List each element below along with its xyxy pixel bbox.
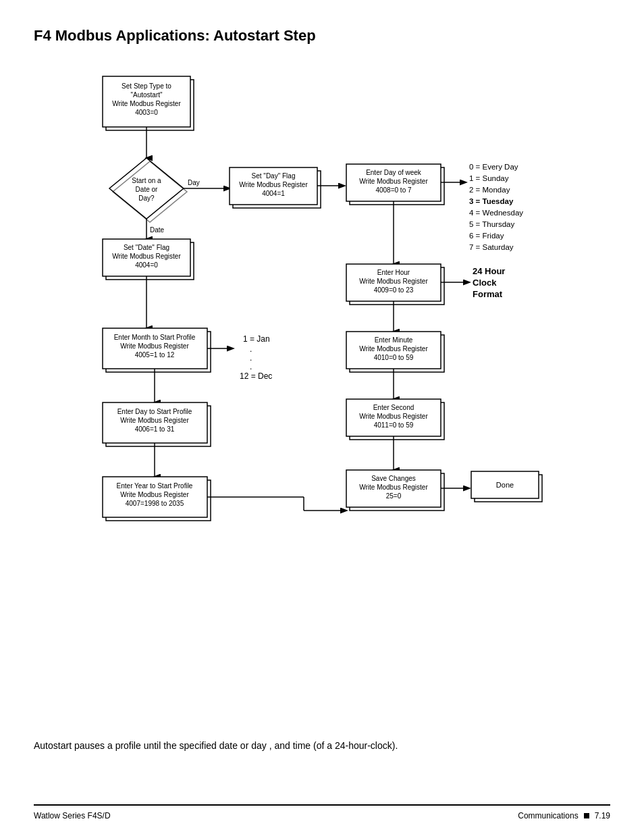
svg-text:Write Modbus Register: Write Modbus Register <box>120 342 189 350</box>
svg-text:4004=0: 4004=0 <box>135 261 158 269</box>
svg-text:Write Modbus Register: Write Modbus Register <box>359 178 428 185</box>
svg-text:25=0: 25=0 <box>386 492 402 500</box>
svg-text:Enter Day to Start Profile: Enter Day to Start Profile <box>117 408 192 415</box>
svg-text:Enter Minute: Enter Minute <box>375 336 413 344</box>
svg-text:Day?: Day? <box>138 194 155 202</box>
footer-left: Watlow Series F4S/D <box>34 811 111 820</box>
svg-text:3 =    Tuesday: 3 = Tuesday <box>469 197 514 205</box>
svg-text:2 =    Monday: 2 = Monday <box>469 186 510 194</box>
svg-text:Write Modbus Register: Write Modbus Register <box>112 100 181 107</box>
svg-text:Save Changes: Save Changes <box>371 475 416 482</box>
svg-text:24 Hour: 24 Hour <box>473 266 505 276</box>
svg-text:.: . <box>250 344 252 354</box>
svg-text:0 =    Every Day: 0 = Every Day <box>469 163 518 171</box>
svg-text:4010=0 to 59: 4010=0 to 59 <box>374 354 414 361</box>
svg-text:Set "Date" Flag: Set "Date" Flag <box>124 244 169 251</box>
svg-text:Enter Day of week: Enter Day of week <box>366 169 422 176</box>
svg-text:4011=0 to 59: 4011=0 to 59 <box>374 421 414 429</box>
page: F4 Modbus Applications: Autostart Step <box>0 0 644 834</box>
svg-text:Day: Day <box>188 179 200 186</box>
svg-text:4008=0 to 7: 4008=0 to 7 <box>375 186 412 194</box>
footer-right: Communications 7.19 <box>518 811 610 820</box>
svg-text:.: . <box>250 362 252 371</box>
diagram-area: Set Step Type to "Autostart" Write Modbu… <box>34 65 614 673</box>
svg-text:Enter Year to Start Profile: Enter Year to Start Profile <box>117 482 193 490</box>
footer-separator <box>584 813 589 818</box>
svg-text:1 =    Jan: 1 = Jan <box>243 334 270 344</box>
svg-text:Start on a: Start on a <box>132 177 161 184</box>
svg-text:Enter Month to Start Profile: Enter Month to Start Profile <box>114 334 196 341</box>
svg-text:1 =    Sunday: 1 = Sunday <box>469 174 509 182</box>
svg-text:12 =  Dec: 12 = Dec <box>240 371 272 381</box>
svg-text:Write Modbus Register: Write Modbus Register <box>359 413 428 420</box>
svg-text:Enter Hour: Enter Hour <box>377 269 410 276</box>
svg-text:.: . <box>250 353 252 363</box>
svg-text:4005=1 to 12: 4005=1 to 12 <box>135 351 175 359</box>
svg-text:4009=0 to 23: 4009=0 to 23 <box>374 286 414 294</box>
footer-page: 7.19 <box>595 811 610 820</box>
description-text: Autostart pauses a profile until the spe… <box>34 738 610 753</box>
svg-text:Date: Date <box>150 226 165 234</box>
svg-text:4007=1998 to 2035: 4007=1998 to 2035 <box>126 500 184 507</box>
svg-text:7 =    Saturday: 7 = Saturday <box>469 243 514 251</box>
svg-text:"Autostart": "Autostart" <box>130 91 163 99</box>
svg-text:Write Modbus Register: Write Modbus Register <box>239 181 308 188</box>
svg-text:Format: Format <box>473 289 503 299</box>
svg-text:Write Modbus Register: Write Modbus Register <box>112 253 181 260</box>
svg-text:Write Modbus Register: Write Modbus Register <box>359 345 428 353</box>
svg-text:4006=1 to 31: 4006=1 to 31 <box>135 425 175 433</box>
page-title: F4 Modbus Applications: Autostart Step <box>34 27 610 45</box>
svg-text:4003=0: 4003=0 <box>135 109 158 116</box>
svg-text:Write Modbus Register: Write Modbus Register <box>120 491 189 498</box>
footer-section: Communications <box>518 811 578 820</box>
svg-text:4004=1: 4004=1 <box>262 190 285 197</box>
svg-text:Enter Second: Enter Second <box>373 404 414 411</box>
description-paragraph: Autostart pauses a profile until the spe… <box>34 738 610 753</box>
svg-text:Set "Day" Flag: Set "Day" Flag <box>252 172 296 180</box>
svg-text:5 =    Thursday: 5 = Thursday <box>469 220 514 228</box>
footer: Watlow Series F4S/D Communications 7.19 <box>34 804 610 820</box>
svg-text:4 =    Wednesday: 4 = Wednesday <box>469 209 523 217</box>
svg-text:Write Modbus Register: Write Modbus Register <box>359 278 428 285</box>
svg-text:Set Step Type to: Set Step Type to <box>122 82 171 90</box>
svg-text:Date or: Date or <box>136 186 158 193</box>
svg-text:Done: Done <box>496 481 514 489</box>
flowchart-svg: Set Step Type to "Autostart" Write Modbu… <box>34 65 614 673</box>
svg-text:6 =    Friday: 6 = Friday <box>469 232 504 240</box>
svg-text:Clock: Clock <box>473 278 497 288</box>
svg-text:Write Modbus Register: Write Modbus Register <box>359 484 428 491</box>
svg-text:Write Modbus Register: Write Modbus Register <box>120 417 189 424</box>
